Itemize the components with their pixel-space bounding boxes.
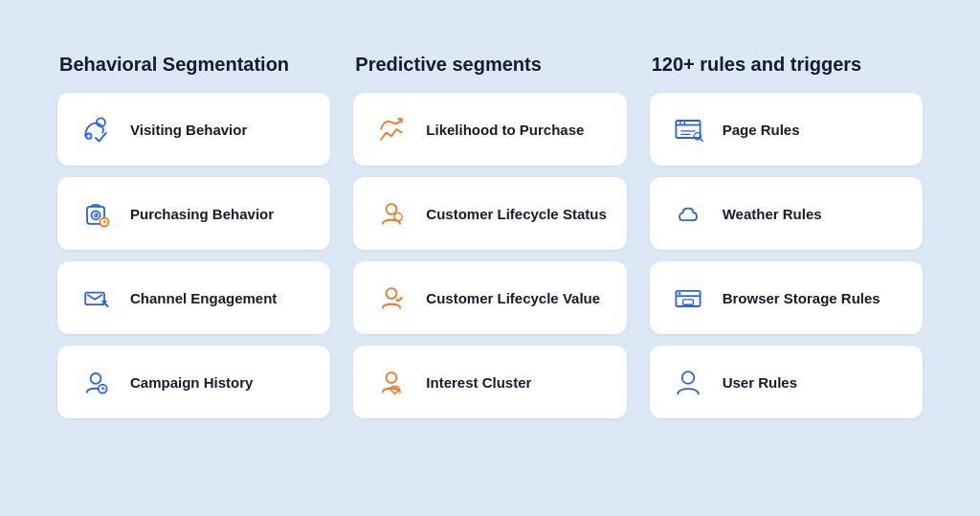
svg-point-15 bbox=[678, 292, 680, 295]
svg-point-8 bbox=[387, 204, 397, 214]
column-0: Behavioral Segmentation Visiting Behavio… bbox=[57, 54, 330, 418]
page-icon bbox=[669, 110, 707, 148]
channel-icon bbox=[77, 279, 115, 317]
column-header-0: Behavioral Segmentation bbox=[57, 54, 330, 76]
likelihood-icon bbox=[372, 110, 411, 148]
card-0-3[interactable]: Campaign History bbox=[57, 346, 330, 418]
card-label-1-2: Customer Lifecycle Value bbox=[426, 290, 600, 306]
lifecycle-status-icon bbox=[372, 194, 411, 233]
card-1-0[interactable]: Likelihood to Purchase bbox=[353, 93, 626, 166]
card-0-0[interactable]: Visiting Behavior bbox=[57, 93, 330, 166]
browser-icon bbox=[669, 279, 707, 317]
svg-point-6 bbox=[91, 373, 101, 384]
visiting-icon bbox=[77, 110, 115, 148]
svg-point-9 bbox=[387, 288, 397, 299]
card-2-3[interactable]: User Rules bbox=[650, 346, 923, 418]
purchasing-icon bbox=[77, 194, 115, 233]
card-label-0-2: Channel Engagement bbox=[130, 290, 277, 306]
column-header-1: Predictive segments bbox=[353, 54, 626, 76]
card-label-2-3: User Rules bbox=[723, 374, 797, 391]
campaign-icon bbox=[77, 363, 115, 401]
user-icon bbox=[669, 363, 707, 401]
card-label-0-0: Visiting Behavior bbox=[130, 122, 247, 138]
svg-rect-14 bbox=[682, 300, 693, 304]
cards-col-0: Visiting Behavior Purchasing Behavior Ch… bbox=[57, 93, 330, 418]
card-1-1[interactable]: Customer Lifecycle Status bbox=[353, 177, 626, 250]
cards-col-2: Page Rules Weather Rules Browser Storage… bbox=[650, 93, 923, 418]
cards-col-1: Likelihood to Purchase Customer Lifecycl… bbox=[353, 93, 626, 418]
card-label-0-1: Purchasing Behavior bbox=[130, 206, 274, 222]
column-1: Predictive segments Likelihood to Purcha… bbox=[353, 54, 626, 418]
weather-icon bbox=[669, 194, 707, 233]
svg-rect-11 bbox=[676, 121, 700, 138]
card-label-1-3: Interest Cluster bbox=[426, 374, 531, 391]
card-0-1[interactable]: Purchasing Behavior bbox=[57, 177, 330, 250]
main-container: Behavioral Segmentation Visiting Behavio… bbox=[19, 19, 961, 516]
card-2-0[interactable]: Page Rules bbox=[650, 93, 923, 166]
card-label-2-1: Weather Rules bbox=[723, 206, 822, 222]
svg-point-10 bbox=[387, 372, 397, 383]
card-label-2-0: Page Rules bbox=[723, 122, 800, 138]
content-grid: Behavioral Segmentation Visiting Behavio… bbox=[57, 54, 923, 418]
column-header-2: 120+ rules and triggers bbox=[650, 54, 923, 76]
svg-point-16 bbox=[681, 371, 694, 384]
card-label-0-3: Campaign History bbox=[130, 374, 253, 391]
card-0-2[interactable]: Channel Engagement bbox=[57, 261, 330, 334]
svg-point-1 bbox=[86, 134, 91, 139]
lifecycle-value-icon bbox=[372, 279, 411, 317]
card-1-2[interactable]: Customer Lifecycle Value bbox=[353, 261, 626, 334]
card-1-3[interactable]: Interest Cluster bbox=[353, 346, 626, 418]
interest-icon bbox=[372, 363, 411, 401]
column-2: 120+ rules and triggers Page Rules Weath… bbox=[650, 54, 923, 418]
card-2-1[interactable]: Weather Rules bbox=[650, 177, 923, 250]
card-label-2-2: Browser Storage Rules bbox=[723, 290, 880, 306]
card-2-2[interactable]: Browser Storage Rules bbox=[650, 261, 923, 334]
card-label-1-1: Customer Lifecycle Status bbox=[426, 206, 606, 222]
card-label-1-0: Likelihood to Purchase bbox=[426, 122, 584, 138]
